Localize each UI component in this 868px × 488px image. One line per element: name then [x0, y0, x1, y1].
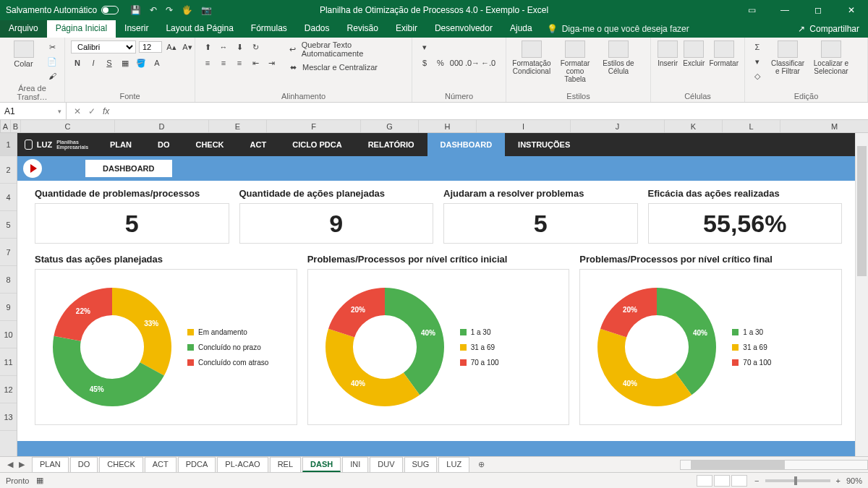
cell-styles-button[interactable]: Estilos de Célula	[599, 40, 638, 75]
find-select-button[interactable]: Localizar e Selecionar	[812, 40, 851, 75]
column-header[interactable]: M	[780, 120, 868, 132]
sheet-tab-luz[interactable]: LUZ	[438, 457, 469, 472]
nav-item-act[interactable]: ACT	[237, 133, 280, 156]
column-header[interactable]: B	[11, 120, 21, 132]
formula-bar[interactable]	[116, 103, 868, 119]
align-middle-icon[interactable]: ↔	[217, 40, 230, 53]
fill-color-icon[interactable]: 🪣	[135, 56, 148, 69]
align-left-icon[interactable]: ≡	[201, 56, 214, 69]
minimize-icon[interactable]: —	[768, 0, 801, 20]
tab-desenvolvedor[interactable]: Desenvolvedor	[426, 20, 501, 38]
nav-item-ciclo-pdca[interactable]: CICLO PDCA	[279, 133, 354, 156]
sheet-tab-do[interactable]: DO	[70, 457, 98, 472]
maximize-icon[interactable]: ◻	[801, 0, 835, 20]
zoom-slider[interactable]	[765, 479, 830, 482]
nav-item-plan[interactable]: PLAN	[97, 133, 145, 156]
tab-inserir[interactable]: Inserir	[116, 20, 157, 38]
copy-icon[interactable]: 📄	[46, 55, 59, 68]
touch-icon[interactable]: 🖐	[182, 5, 192, 15]
tab-scroll-right-icon[interactable]: ▶	[19, 460, 25, 469]
page-break-view-icon[interactable]	[731, 475, 747, 487]
zoom-out-icon[interactable]: −	[754, 476, 759, 485]
nav-item-do[interactable]: DO	[145, 133, 183, 156]
row-header[interactable]: 1	[0, 133, 17, 156]
share-button[interactable]: ↗ Compartilhar	[789, 20, 868, 38]
row-header[interactable]: 2	[0, 156, 17, 184]
ribbon-display-icon[interactable]: ▭	[735, 0, 768, 20]
tell-me[interactable]: 💡 Diga-me o que você deseja fazer	[547, 20, 689, 38]
vertical-scrollbar[interactable]	[855, 133, 868, 456]
row-header[interactable]: 9	[0, 294, 17, 321]
column-header[interactable]: H	[419, 120, 477, 132]
nav-item-instruções[interactable]: INSTRUÇÕES	[505, 133, 583, 156]
row-header[interactable]: 8	[0, 266, 17, 294]
sheet-tab-ini[interactable]: INI	[342, 457, 368, 472]
align-bottom-icon[interactable]: ⬇	[233, 40, 246, 53]
sheet-tab-check[interactable]: CHECK	[99, 457, 143, 472]
undo-icon[interactable]: ↶	[150, 5, 157, 15]
column-header[interactable]: K	[665, 120, 723, 132]
clear-icon[interactable]: ◇	[751, 69, 764, 82]
delete-cells-button[interactable]: Excluir	[683, 40, 705, 67]
tab-dados[interactable]: Dados	[296, 20, 339, 38]
row-header[interactable]: 7	[0, 239, 17, 266]
merge-center-button[interactable]: ⬌ Mesclar e Centralizar	[286, 61, 406, 74]
nav-item-relatório[interactable]: RELATÓRIO	[355, 133, 427, 156]
percent-icon[interactable]: %	[434, 56, 447, 69]
row-header[interactable]: 12	[0, 376, 17, 403]
column-header[interactable]: F	[267, 120, 361, 132]
tab-revisão[interactable]: Revisão	[339, 20, 387, 38]
redo-icon[interactable]: ↷	[166, 5, 173, 15]
italic-button[interactable]: I	[87, 56, 100, 69]
row-header[interactable]: 11	[0, 348, 17, 376]
bold-button[interactable]: N	[71, 56, 84, 69]
tab-file[interactable]: Arquivo	[0, 20, 47, 38]
align-right-icon[interactable]: ≡	[233, 56, 246, 69]
column-header[interactable]: G	[361, 120, 419, 132]
row-header[interactable]: 13	[0, 403, 17, 431]
column-header[interactable]: J	[571, 120, 665, 132]
sheet-tab-plan[interactable]: PLAN	[32, 457, 69, 472]
column-header[interactable]: D	[115, 120, 209, 132]
comma-icon[interactable]: 000	[450, 56, 463, 69]
zoom-in-icon[interactable]: +	[836, 476, 841, 485]
format-painter-icon[interactable]: 🖌	[46, 69, 59, 82]
horizontal-scrollbar[interactable]	[680, 460, 868, 470]
sort-filter-button[interactable]: Classificar e Filtrar	[768, 40, 807, 75]
autosave-switch-icon[interactable]	[101, 6, 119, 14]
insert-cells-button[interactable]: Inserir	[657, 40, 678, 67]
close-icon[interactable]: ✕	[835, 0, 868, 20]
sheet-tab-duv[interactable]: DUV	[370, 457, 402, 472]
cut-icon[interactable]: ✂	[46, 40, 59, 53]
format-cells-button[interactable]: Formatar	[709, 40, 739, 67]
format-as-table-button[interactable]: Formatar como Tabela	[556, 40, 595, 83]
fx-icon[interactable]: fx	[103, 106, 109, 116]
conditional-formatting-button[interactable]: Formatação Condicional	[512, 40, 551, 75]
macro-recorder-icon[interactable]: ▦	[36, 476, 43, 485]
orientation-icon[interactable]: ↻	[249, 40, 262, 53]
sheet-tab-pl-acao[interactable]: PL-ACAO	[217, 457, 268, 472]
row-header[interactable]: 4	[0, 184, 17, 211]
font-name-select[interactable]: Calibri	[71, 40, 136, 53]
tab-fórmulas[interactable]: Fórmulas	[242, 20, 296, 38]
sheet-tab-pdca[interactable]: PDCA	[178, 457, 216, 472]
name-box[interactable]: A1	[0, 103, 67, 119]
column-header[interactable]: A	[1, 120, 11, 132]
column-header[interactable]: C	[21, 120, 115, 132]
new-sheet-button[interactable]: ⊕	[471, 460, 492, 469]
column-header[interactable]: L	[723, 120, 780, 132]
tab-página-inicial[interactable]: Página Inicial	[47, 20, 116, 38]
number-format-icon[interactable]: ▾	[418, 40, 431, 53]
column-header[interactable]: E	[209, 120, 267, 132]
font-color-icon[interactable]: A	[150, 56, 163, 69]
tab-exibir[interactable]: Exibir	[387, 20, 426, 38]
decrease-decimal-icon[interactable]: ←.0	[482, 56, 495, 69]
align-center-icon[interactable]: ≡	[217, 56, 230, 69]
save-icon[interactable]: 💾	[130, 5, 141, 15]
column-header[interactable]: I	[477, 120, 571, 132]
increase-indent-icon[interactable]: ⇥	[265, 56, 278, 69]
sheet-tab-act[interactable]: ACT	[145, 457, 176, 472]
tab-scroll-left-icon[interactable]: ◀	[7, 460, 13, 469]
autosum-icon[interactable]: Σ	[751, 40, 764, 53]
decrease-indent-icon[interactable]: ⇤	[249, 56, 262, 69]
